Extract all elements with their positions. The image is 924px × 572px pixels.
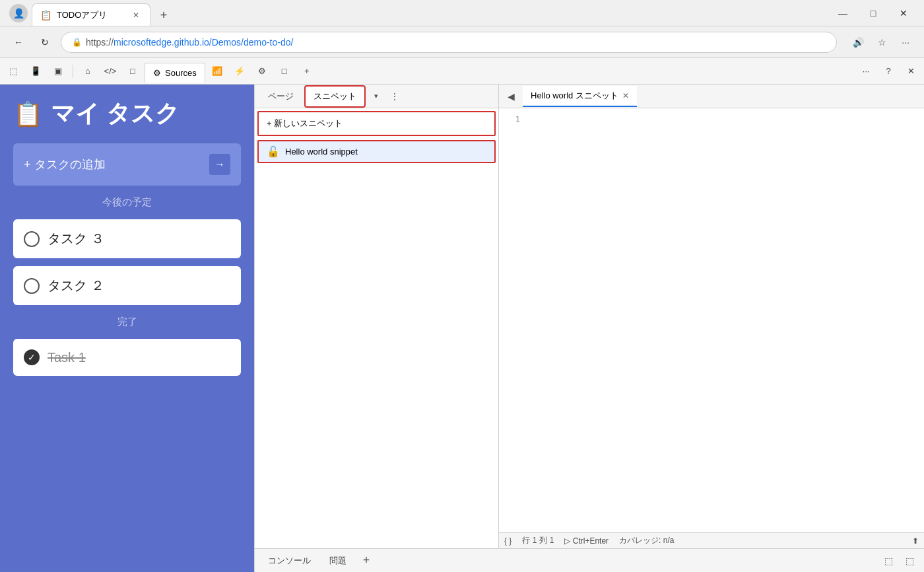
close-window-button[interactable]: ✕	[888, 0, 919, 26]
task-2-text: タスク ２	[48, 277, 104, 295]
title-bar: 👤 📋 TODOアプリ ✕ + — □ ✕	[0, 0, 924, 26]
read-aloud-icon[interactable]: 🔊	[847, 32, 869, 53]
more-options-icon[interactable]: ···	[855, 61, 876, 82]
page-tab[interactable]: ページ	[260, 87, 302, 106]
todo-app-title: マイ タスク	[51, 98, 180, 130]
elements-icon[interactable]: ⌂	[77, 61, 98, 82]
new-tab-button[interactable]: +	[153, 5, 174, 26]
device-emulation-icon[interactable]: 📱	[25, 61, 46, 82]
cursor-position: 行 1 列 1	[522, 535, 554, 546]
inspect-element-icon[interactable]: ⬚	[3, 61, 24, 82]
address-bar: ← ↻ 🔒 https://microsoftedge.github.io/De…	[0, 26, 924, 58]
snippets-tab-more[interactable]: ⋮	[387, 89, 403, 104]
maximize-button[interactable]: □	[858, 0, 888, 26]
issues-tab[interactable]: 問題	[321, 551, 354, 571]
col-status: 列 1	[539, 535, 554, 546]
coverage-status: カバレッジ: n/a	[619, 535, 674, 546]
window-controls: — □ ✕	[828, 0, 919, 26]
line-number-1: 1	[499, 114, 520, 125]
task-item-2[interactable]: タスク ２	[13, 266, 241, 305]
editor-area[interactable]: 1	[499, 108, 924, 532]
add-panel-bottom-button[interactable]: +	[357, 552, 376, 570]
sources-tab[interactable]: ⚙ Sources	[145, 63, 205, 83]
address-path: /Demos/demo-to-do/	[209, 37, 294, 48]
task-3-circle	[24, 231, 40, 247]
editor-back-button[interactable]: ◀	[502, 87, 520, 106]
editor-tabs-row: ◀ Hello world スニペット ✕	[499, 85, 924, 108]
task-1-text: Task 1	[48, 350, 86, 365]
editor-status-bar: { } 行 1 列 1 ▷ Ctrl+Enter カバレッジ: n/a ⬆	[499, 532, 924, 548]
upcoming-section-label: 今後の予定	[13, 196, 241, 209]
task-2-circle	[24, 278, 40, 294]
editor-active-tab[interactable]: Hello world スニペット ✕	[523, 86, 637, 107]
network-icon[interactable]: □	[122, 61, 143, 82]
snippet-icon: 🔓	[267, 145, 280, 158]
snippets-tab[interactable]: スニペット	[304, 85, 366, 108]
task-item-1[interactable]: ✓ Task 1	[13, 339, 241, 376]
bottom-right-icons: ⬚ ⬚	[879, 552, 919, 570]
console-expand-icon[interactable]: ⬚	[879, 552, 898, 570]
editor-tab-title: Hello world スニペット	[531, 90, 618, 102]
snippets-tab-dropdown[interactable]: ▾	[368, 89, 384, 104]
close-devtools-icon[interactable]: ✕	[900, 61, 921, 82]
performance-icon[interactable]: ⚡	[229, 61, 250, 82]
sources-file-panel: ページ スニペット ▾ ⋮ + 新しいスニペット 🔓 Hello world s…	[255, 85, 499, 548]
layers-icon[interactable]: □	[274, 61, 295, 82]
add-task-text: + タスクの追加	[24, 157, 106, 172]
back-button[interactable]: ←	[8, 32, 29, 53]
sources-tabs-row: ページ スニペット ▾ ⋮	[255, 85, 498, 108]
add-task-button[interactable]: + タスクの追加 →	[13, 143, 241, 186]
line-status: 行 1	[522, 535, 537, 546]
bottom-bar: コンソール 問題 + ⬚ ⬚	[255, 548, 924, 572]
tab-title-text: TODOアプリ	[57, 9, 125, 21]
refresh-button[interactable]: ↻	[34, 32, 55, 53]
address-text: https://microsoftedge.github.io/Demos/de…	[86, 37, 293, 48]
snippet-hello-world[interactable]: 🔓 Hello world snippet	[257, 140, 496, 163]
main-content: 📋 マイ タスク + タスクの追加 → 今後の予定 タスク ３ タスク ２ 完了…	[0, 85, 924, 572]
sources-tab-label: Sources	[165, 68, 197, 78]
console-icon[interactable]: </>	[100, 61, 121, 82]
console-settings-icon[interactable]: ⬚	[900, 552, 919, 570]
completed-section-label: 完了	[13, 316, 241, 328]
snippet-name-text: Hello world snippet	[285, 147, 358, 157]
wifi-icon[interactable]: 📶	[207, 61, 228, 82]
todo-app-icon: 📋	[13, 100, 43, 128]
upload-icon[interactable]: ⬆	[912, 536, 919, 546]
braces-icon: { }	[504, 536, 512, 546]
console-tab[interactable]: コンソール	[260, 551, 319, 571]
sources-content: ページ スニペット ▾ ⋮ + 新しいスニペット 🔓 Hello world s…	[255, 85, 924, 548]
new-snippet-button[interactable]: + 新しいスニペット	[257, 111, 496, 136]
todo-header: 📋 マイ タスク	[13, 98, 241, 130]
help-icon[interactable]: ?	[878, 61, 899, 82]
add-task-arrow-icon: →	[209, 154, 230, 175]
devtools-sources-panel: ページ スニペット ▾ ⋮ + 新しいスニペット 🔓 Hello world s…	[254, 85, 924, 572]
sources-editor-panel: ◀ Hello world スニペット ✕ 1 { }	[499, 85, 924, 548]
more-tools-icon[interactable]: ···	[895, 32, 916, 53]
address-protocol: https://	[86, 37, 114, 48]
tab-bar: 📋 TODOアプリ ✕ +	[32, 0, 174, 26]
add-panel-icon[interactable]: +	[296, 61, 317, 82]
split-view-icon[interactable]: ▣	[48, 61, 69, 82]
devtools-toolbar: ⬚ 📱 ▣ ⌂ </> □ ⚙ Sources 📶 ⚡ ⚙ □ + ··· ? …	[0, 58, 924, 85]
address-bar-icons: 🔊 ☆ ···	[847, 32, 916, 53]
task-item-3[interactable]: タスク ３	[13, 219, 241, 258]
run-snippet-button[interactable]: ▷ Ctrl+Enter	[564, 536, 609, 546]
editor-tab-close-button[interactable]: ✕	[622, 91, 629, 100]
favorites-icon[interactable]: ☆	[871, 32, 892, 53]
line-numbers: 1	[499, 114, 525, 125]
address-domain: microsoftedge.github.io	[114, 37, 209, 48]
task-3-text: タスク ３	[48, 230, 104, 248]
active-tab[interactable]: 📋 TODOアプリ ✕	[32, 3, 150, 26]
add-task-label: + タスクの追加	[24, 157, 106, 172]
task-1-checkmark: ✓	[24, 349, 40, 365]
address-input[interactable]: 🔒 https://microsoftedge.github.io/Demos/…	[61, 32, 837, 53]
braces-text: { }	[504, 536, 512, 546]
tab-close-button[interactable]: ✕	[130, 9, 142, 21]
tab-favicon: 📋	[40, 10, 51, 20]
todo-app-panel: 📋 マイ タスク + タスクの追加 → 今後の予定 タスク ３ タスク ２ 完了…	[0, 85, 254, 572]
settings-icon[interactable]: ⚙	[251, 61, 273, 82]
minimize-button[interactable]: —	[828, 0, 858, 26]
